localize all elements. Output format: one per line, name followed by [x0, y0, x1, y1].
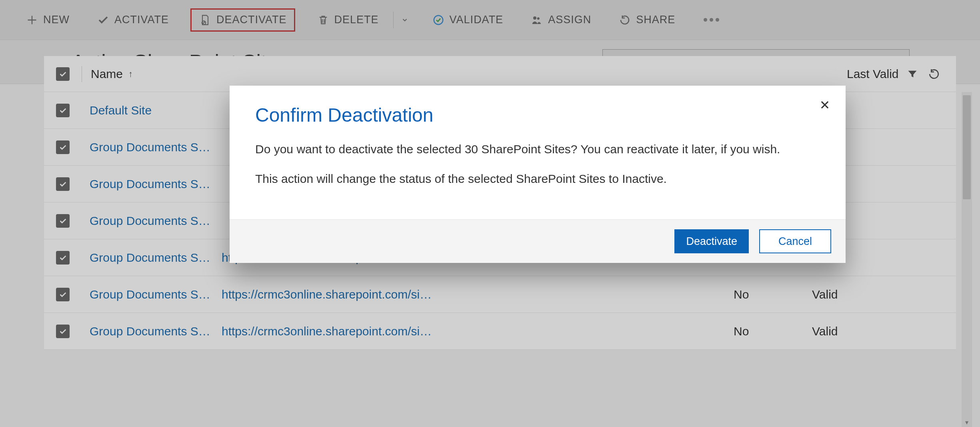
dialog-close-button[interactable] — [816, 96, 834, 114]
dialog-deactivate-button[interactable]: Deactivate — [674, 229, 749, 253]
dialog-footer: Deactivate Cancel — [230, 219, 846, 263]
dialog-cancel-button[interactable]: Cancel — [759, 229, 831, 253]
dialog-deactivate-label: Deactivate — [686, 235, 737, 248]
dialog-cancel-label: Cancel — [778, 235, 812, 248]
dialog-message-2: This action will change the status of th… — [255, 170, 820, 188]
dialog-message-1: Do you want to deactivate the selected 3… — [255, 140, 820, 158]
dialog-title: Confirm Deactivation — [255, 104, 820, 126]
dialog-body: Confirm Deactivation Do you want to deac… — [230, 86, 846, 219]
confirm-deactivation-dialog: Confirm Deactivation Do you want to deac… — [230, 86, 846, 263]
